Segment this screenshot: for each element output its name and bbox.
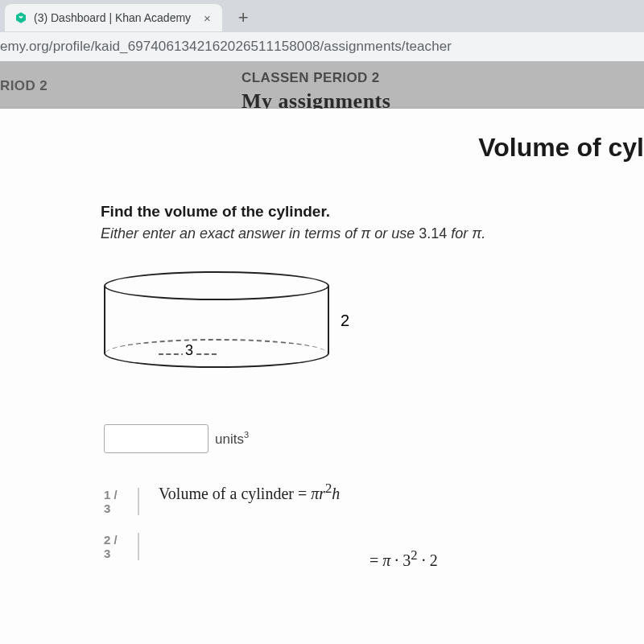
units-label: units3 [215,430,249,448]
hint-text-2: = π · 32 · 2 [104,547,628,570]
url-text: emy.org/profile/kaid_6974061342162026511… [0,39,644,55]
hint-text-1: Volume of a cylinder = πr2h [159,481,340,503]
breadcrumb-left: RIOD 2 [0,73,47,94]
cylinder-diagram: 3 2 [104,271,378,384]
hint-step-2: 2 / 3 [104,533,139,560]
question-instruction: Either enter an exact answer in terms of… [101,225,628,242]
answer-input[interactable] [104,424,208,453]
tab-title: (3) Dashboard | Khan Academy [34,11,191,24]
new-tab-button[interactable]: + [233,7,254,28]
class-header: RIOD 2 CLASSEN PERIOD 2 My assignments [0,62,644,110]
exercise-card: Volume of cyl Find the volume of the cyl… [0,109,644,644]
close-icon[interactable]: × [202,11,213,25]
hint-step-1: 1 / 3 [104,488,139,515]
khan-favicon [14,11,27,24]
hints-block: 1 / 3 Volume of a cylinder = πr2h 2 / 3 … [104,481,628,569]
hint-text-2-spacer [159,530,163,548]
breadcrumb-center: CLASSEN PERIOD 2 [242,70,380,86]
height-label: 2 [341,312,349,330]
question-prompt: Find the volume of the cylinder. [101,203,628,221]
page-title: Volume of cyl [0,133,644,203]
radius-label: 3 [183,342,196,359]
browser-tab[interactable]: (3) Dashboard | Khan Academy × [5,4,222,31]
browser-tab-bar: (3) Dashboard | Khan Academy × + [0,0,644,32]
address-bar[interactable]: emy.org/profile/kaid_6974061342162026511… [0,32,644,61]
